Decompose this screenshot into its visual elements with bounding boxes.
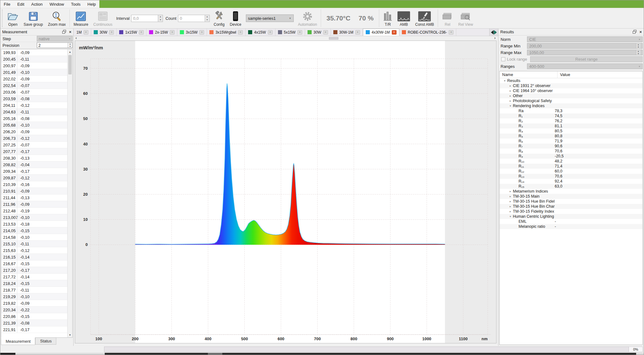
menu-edit[interactable]: Edit	[14, 0, 28, 8]
close-panel-icon[interactable]: ×	[639, 30, 642, 34]
rel-view-button[interactable]: Rel View	[456, 9, 475, 27]
scroll-left-icon[interactable]: ‹	[75, 36, 77, 40]
norm-select[interactable]: CIE ▼	[527, 36, 643, 42]
tree-row[interactable]: R₁₄92,4	[500, 179, 642, 184]
scroll-tabs-right-icon[interactable]	[494, 30, 497, 35]
measurement-row[interactable]: 219,82-0,09	[1, 300, 72, 307]
amb-button[interactable]: AMB	[395, 9, 413, 27]
tab-3x15wrgbwl[interactable]: 3x15Wrgbwl×	[207, 29, 246, 36]
expand-icon[interactable]: ▸	[508, 200, 513, 203]
float-panel-icon[interactable]	[62, 30, 67, 34]
menu-action[interactable]: Action	[28, 0, 46, 8]
tab-close-icon[interactable]: ×	[392, 30, 397, 35]
tab-4x30w-1m[interactable]: 4x30W-1M×	[363, 29, 399, 36]
tree-row[interactable]: R₉-20,5	[500, 154, 642, 159]
measurement-row[interactable]: 208,82-0,04	[1, 161, 72, 168]
collapse-icon[interactable]: ▾	[502, 79, 507, 82]
tree-row[interactable]: R₅80,8	[500, 134, 642, 139]
tab-30w[interactable]: 30W×	[91, 29, 117, 36]
column-name[interactable]: Name	[500, 71, 558, 78]
collapse-icon[interactable]: ▾	[508, 215, 513, 218]
measurement-row[interactable]: 213,53-0,18	[1, 221, 72, 227]
measurement-row[interactable]: 199,93-0,09	[1, 49, 72, 56]
tree-row[interactable]: R₂76,2	[500, 118, 642, 123]
tree-row[interactable]: ▸Photobiological Safety	[500, 98, 642, 103]
tree-row[interactable]: Ra78,3	[500, 108, 642, 113]
menu-file[interactable]: File	[0, 0, 14, 8]
measurement-row[interactable]: 217,72-0,14	[1, 274, 72, 280]
measurement-row[interactable]: 216,67-0,15	[1, 260, 72, 267]
tab-close-icon[interactable]: ×	[238, 30, 243, 35]
measurement-row[interactable]: 200,97-0,09	[1, 63, 72, 69]
measurement-row[interactable]: 210,39-0,16	[1, 181, 72, 188]
tree-row[interactable]: ▸Metamerism Indices	[500, 189, 642, 194]
sample-series-select[interactable]: sample-series1 ▼	[246, 14, 294, 22]
measurement-row[interactable]: 205,16-0,08	[1, 115, 72, 122]
tab-5x15w[interactable]: 5x15W×	[275, 29, 305, 36]
scroll-right-icon[interactable]: ›	[494, 36, 496, 40]
spectrum-chart[interactable]: 10020030040050060070080090010001100nm010…	[75, 41, 497, 343]
tree-row[interactable]: ▸TM-30-15 Fidelity Index ...	[500, 209, 642, 214]
column-value[interactable]: Value	[558, 72, 570, 77]
measurement-row[interactable]: 218,77-0,11	[1, 287, 72, 293]
count-spinner[interactable]: ▲▼	[205, 15, 210, 22]
tab-close-icon[interactable]: ×	[449, 30, 453, 35]
tree-row[interactable]: R₁₃70,6	[500, 174, 642, 179]
tree-row[interactable]: R₈70,6	[500, 149, 642, 154]
measurement-row[interactable]: 212,48-0,19	[1, 208, 72, 214]
scroll-up-icon[interactable]: ▲	[68, 49, 72, 54]
tr-button[interactable]: T/R	[380, 9, 395, 27]
expand-icon[interactable]: ▸	[508, 205, 513, 208]
expand-icon[interactable]: ▸	[508, 84, 513, 87]
automation-button[interactable]: Automation	[296, 9, 320, 27]
tree-row[interactable]: ▾Rendering Indices	[500, 103, 642, 108]
expand-icon[interactable]: ▸	[508, 94, 513, 97]
tree-row[interactable]: ▾Human Centric Lighting	[500, 214, 642, 219]
measurement-scrollbar[interactable]: ▲ ▼	[67, 49, 72, 337]
float-panel-icon[interactable]	[633, 30, 637, 34]
measurement-row[interactable]: 204,63-0,11	[1, 109, 72, 115]
tree-row[interactable]: R₆71,9	[500, 139, 642, 144]
measurement-row[interactable]: 220,86-0,15	[1, 313, 72, 320]
expand-icon[interactable]: ▸	[508, 190, 513, 193]
measurement-row[interactable]: 211,44-0,13	[1, 194, 72, 201]
open-button[interactable]: Open	[5, 9, 21, 27]
measurement-row[interactable]: 213,007-0,10	[1, 214, 72, 221]
tree-row[interactable]: R₁74,5	[500, 113, 642, 118]
measurement-row[interactable]: 204,11-0,12	[1, 102, 72, 109]
measurement-row[interactable]: 202,54-0,07	[1, 82, 72, 89]
measurement-row[interactable]: 205,68-0,10	[1, 122, 72, 128]
scroll-down-icon[interactable]: ▼	[68, 332, 72, 337]
measurement-row[interactable]: 215,10-0,11	[1, 241, 72, 247]
measurement-row[interactable]: 214,05-0,15	[1, 227, 72, 234]
expand-icon[interactable]: ▸	[508, 210, 513, 213]
range-min-spinner[interactable]: ▲▼	[636, 43, 641, 48]
tab-close-icon[interactable]: ×	[297, 30, 302, 35]
tree-row[interactable]: R₃81,1	[500, 123, 642, 128]
tab-1m[interactable]: 1M×	[74, 29, 91, 36]
const-amb-button[interactable]: Const AMB	[413, 9, 436, 27]
tab-close-icon[interactable]: ×	[323, 30, 328, 35]
expand-icon[interactable]: ▸	[508, 195, 513, 198]
measurement-row[interactable]: 218,24-0,15	[1, 280, 72, 287]
range-max-spinner[interactable]: ▲▼	[636, 50, 641, 55]
menu-window[interactable]: Window	[46, 0, 68, 8]
tab-close-icon[interactable]: ×	[109, 30, 114, 35]
measurement-row[interactable]: 221,39-0,08	[1, 320, 72, 326]
measurement-row[interactable]: 215,63-0,12	[1, 247, 72, 254]
interval-spinner[interactable]: ▲▼	[158, 15, 163, 22]
range-max-stepper[interactable]: 1050,00 ▲▼	[527, 50, 643, 55]
measurement-row[interactable]: 201,49-0,10	[1, 69, 72, 76]
collapse-icon[interactable]: ▾	[508, 104, 513, 107]
measurement-row[interactable]: 209,34-0,17	[1, 168, 72, 175]
tab-close-icon[interactable]: ×	[170, 30, 175, 35]
tree-row[interactable]: R₁₁71,4	[500, 164, 642, 169]
tab-3x15w[interactable]: 3x15W×	[177, 29, 207, 36]
tab-close-icon[interactable]: ×	[199, 30, 204, 35]
toolbar-grip[interactable]	[2, 9, 4, 27]
tree-row[interactable]: ▸TM-30-15 Hue Bin Chang...	[500, 204, 642, 209]
measure-button[interactable]: Measure	[71, 9, 91, 27]
tab-close-icon[interactable]: ×	[84, 30, 88, 35]
save-group-button[interactable]: Save group	[21, 9, 45, 27]
precision-spinner[interactable]: ▲▼	[68, 43, 72, 48]
